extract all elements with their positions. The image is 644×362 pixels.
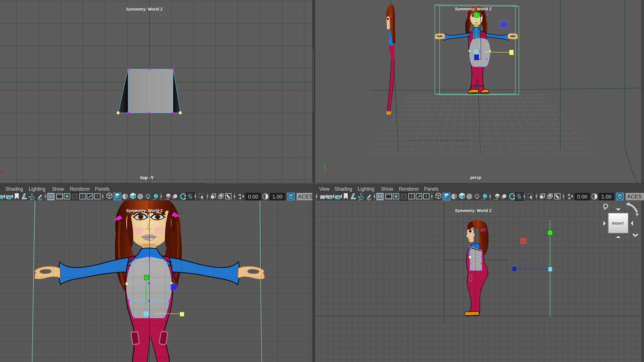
svg-text:Lighting: Lighting [358,186,374,192]
svg-text:Renderer: Renderer [70,186,90,192]
svg-text:Show: Show [52,186,64,192]
svg-text:z: z [323,173,325,176]
svg-text:y: y [324,164,326,168]
svg-text:Lighting: Lighting [29,186,46,192]
svg-text:Panels: Panels [95,186,110,192]
svg-text:Symmetry: World Z: Symmetry: World Z [455,208,492,213]
svg-text:Shading: Shading [6,186,23,192]
svg-text:Panels: Panels [424,186,438,192]
svg-text:Symmetry: World Z: Symmetry: World Z [126,208,163,213]
svg-text:x: x [1,169,3,173]
svg-text:Symmetry: World Z: Symmetry: World Z [126,7,163,11]
svg-text:persp: persp [470,175,481,180]
svg-text:top -Y: top -Y [140,175,154,180]
svg-text:Show: Show [381,186,394,192]
svg-text:x: x [331,169,333,173]
svg-text:View: View [319,186,330,192]
svg-text:Shading: Shading [334,186,352,192]
svg-text:Renderer: Renderer [399,186,419,192]
svg-text:RIGHT: RIGHT [612,222,624,225]
svg-text:Symmetry: World Z: Symmetry: World Z [455,7,492,11]
